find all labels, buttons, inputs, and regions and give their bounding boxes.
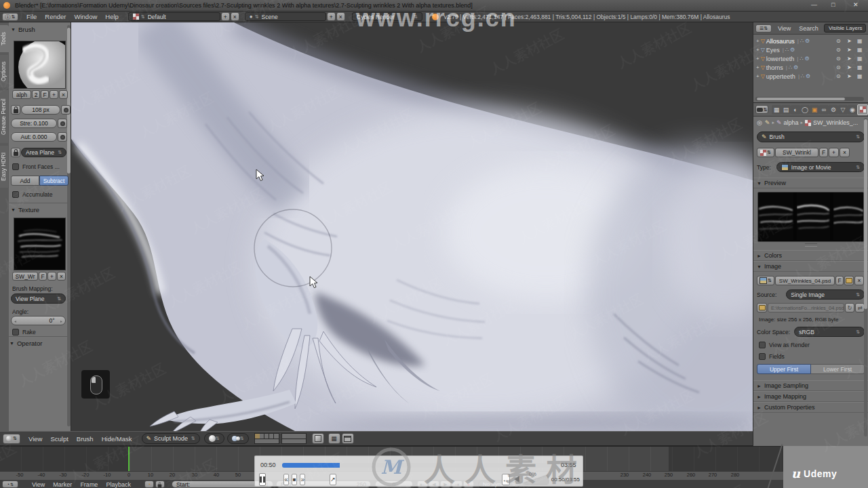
menu-sculpt[interactable]: Sculpt <box>46 435 72 443</box>
reload-image-button[interactable]: ↻ <box>845 303 854 312</box>
accumulate-row[interactable]: Accumulate <box>12 191 52 198</box>
brush-panel-header[interactable]: ▼ Brush <box>11 26 35 33</box>
brush-mapping-dropdown[interactable]: View Plane ⇅ <box>11 293 66 304</box>
breadcrumb-alpha[interactable]: alpha <box>783 119 798 126</box>
add-toggle[interactable]: Add <box>11 176 39 186</box>
upper-first-toggle[interactable]: Upper First <box>757 364 811 374</box>
outliner-row-lowerteeth[interactable]: + ▽ lowerteeth | ∴ ⚙ ⊙ ➤ ▦ <box>753 54 868 63</box>
texture-browse-button[interactable]: ⇅ <box>757 148 774 157</box>
opengl-render-button[interactable]: ▦ <box>328 433 340 444</box>
pause-button[interactable] <box>259 473 266 486</box>
hide-eye-icon[interactable]: ⊙ <box>836 73 841 79</box>
menu-file[interactable]: File <box>22 13 41 20</box>
slider-left-arrow[interactable]: ◂ <box>14 319 16 323</box>
render-engine-selector[interactable]: Cycles Render ⇅ <box>352 12 422 21</box>
object-name[interactable]: upperteeth <box>766 73 795 80</box>
close-button[interactable]: ✕ <box>853 1 859 8</box>
tab-scene-icon[interactable]: ◐ <box>791 105 800 115</box>
unlink-texture-button[interactable]: × <box>840 148 850 157</box>
object-name[interactable]: thorns <box>766 64 783 71</box>
editor-type-button[interactable]: ⇅ <box>3 434 20 444</box>
add-texture-button[interactable]: + <box>47 272 56 281</box>
tool-shelf-scrollbar[interactable] <box>67 25 71 426</box>
tab-texture-icon-active[interactable] <box>857 104 868 115</box>
menu-view[interactable]: View <box>774 25 795 32</box>
fake-user-button[interactable]: F <box>835 276 844 285</box>
expand-icon[interactable]: + <box>756 38 760 44</box>
expand-icon[interactable]: + <box>756 64 760 70</box>
tab-easy-hdri[interactable]: Easy HDRI <box>0 146 8 188</box>
custom-properties-panel-header[interactable]: ► Custom Properties <box>753 402 868 413</box>
preview-resize-handle[interactable] <box>805 243 817 247</box>
expand-icon[interactable]: + <box>756 47 760 53</box>
snap-button[interactable] <box>312 433 324 444</box>
fields-checkbox[interactable] <box>759 353 766 360</box>
expand-icon[interactable]: + <box>756 56 760 62</box>
render-restrict-icon[interactable]: ▦ <box>857 56 863 62</box>
unlink-image-button[interactable]: × <box>854 276 864 285</box>
popout-button[interactable]: ↗ <box>330 474 336 485</box>
fake-user-button[interactable]: F <box>39 272 47 281</box>
open-image-button[interactable] <box>844 276 854 285</box>
pin-icon[interactable]: ◎ <box>757 119 762 126</box>
hide-eye-icon[interactable]: ⊙ <box>836 56 841 62</box>
editor-type-button[interactable]: ⇅ <box>755 105 768 114</box>
rake-row[interactable]: Rake <box>12 329 36 336</box>
render-restrict-icon[interactable]: ▦ <box>857 73 863 79</box>
unlink-texture-button[interactable]: × <box>57 272 66 281</box>
operator-panel-header[interactable]: ▼ Operator <box>9 340 42 347</box>
next-button[interactable]: » <box>300 474 305 485</box>
loop-button[interactable]: ↔ <box>502 474 510 485</box>
delete-scene-button[interactable]: × <box>336 12 345 21</box>
texture-panel-header[interactable]: ▼ Texture <box>11 206 39 214</box>
filepath-field[interactable]: E:\formationsFo...rinkles_04.psd <box>768 303 844 312</box>
lower-first-toggle[interactable]: Lower First <box>811 364 865 374</box>
render-restrict-icon[interactable]: ▦ <box>857 64 863 70</box>
layers-widget[interactable] <box>254 433 307 444</box>
view-as-render-checkbox[interactable] <box>759 342 766 348</box>
tab-data-icon[interactable]: ▽ <box>838 105 848 115</box>
outliner-scrollbar[interactable] <box>755 97 864 101</box>
seek-bar[interactable] <box>282 463 557 468</box>
preview-panel-header[interactable]: ▼ Preview <box>753 178 868 188</box>
speaker-icon[interactable] <box>514 476 519 483</box>
maximize-button[interactable]: □ <box>831 1 835 8</box>
pack-image-button[interactable]: ⇄ <box>855 303 865 312</box>
current-frame-playhead[interactable] <box>128 447 130 471</box>
angle-slider[interactable]: ◂ 0° ▸ <box>11 316 66 325</box>
menu-frame[interactable]: Frame <box>76 481 102 488</box>
front-faces-checkbox[interactable] <box>12 163 19 170</box>
tab-object-icon[interactable]: ▣ <box>810 105 819 115</box>
accumulate-checkbox[interactable] <box>12 191 19 198</box>
brush-name-field[interactable]: alph <box>12 90 31 99</box>
slider-right-arrow[interactable]: ▸ <box>60 319 62 323</box>
radius-slider[interactable]: 108 px <box>21 105 60 115</box>
scene-selector[interactable]: ● ⇅ Scene <box>245 12 326 21</box>
object-name[interactable]: Eyes <box>766 47 780 54</box>
menu-search[interactable]: Search <box>795 25 823 32</box>
hide-eye-icon[interactable]: ⊙ <box>836 47 841 53</box>
tab-render-icon[interactable]: ▦ <box>772 105 781 115</box>
properties-scrollbar[interactable] <box>864 118 867 436</box>
menu-hide-mask[interactable]: Hide/Mask <box>98 435 136 443</box>
autosmooth-slider[interactable]: Aut: 0.000 <box>11 132 57 142</box>
viewport-shading-selector[interactable]: ⇅ <box>204 433 224 444</box>
image-name-field[interactable]: SW_Wrinkles_04.psd <box>775 276 835 285</box>
fake-user-button[interactable]: F <box>41 90 49 99</box>
filepath-open-button[interactable] <box>757 303 767 312</box>
brush-preview[interactable] <box>14 41 66 89</box>
menu-view[interactable]: View <box>28 481 49 488</box>
type-dropdown[interactable]: Image or Movie ⇅ <box>776 162 865 172</box>
outliner-row-thorns[interactable]: + ▽ thorns | ∴ ⚙ ⊙ ➤ ▦ <box>753 63 868 72</box>
scrollbar-thumb[interactable] <box>67 28 71 174</box>
source-dropdown[interactable]: Single Image ⇅ <box>786 289 865 300</box>
screen-layout-selector[interactable]: ⇅ Default <box>128 12 220 21</box>
menu-help[interactable]: Help <box>101 13 123 20</box>
volume-slider[interactable] <box>522 475 548 484</box>
tab-modifiers-icon[interactable]: ⚙ <box>829 105 838 115</box>
expand-icon[interactable]: + <box>756 73 760 79</box>
texture-name-field[interactable]: SW_Wrinkl <box>775 148 818 157</box>
selectable-icon[interactable]: ➤ <box>847 56 852 62</box>
tab-render-layers-icon[interactable]: ▤ <box>781 105 791 115</box>
outliner-row-allosaurus[interactable]: + ▽ Allosaurus | ∴ ⚙ ⊙ ➤ ▦ <box>753 37 868 45</box>
